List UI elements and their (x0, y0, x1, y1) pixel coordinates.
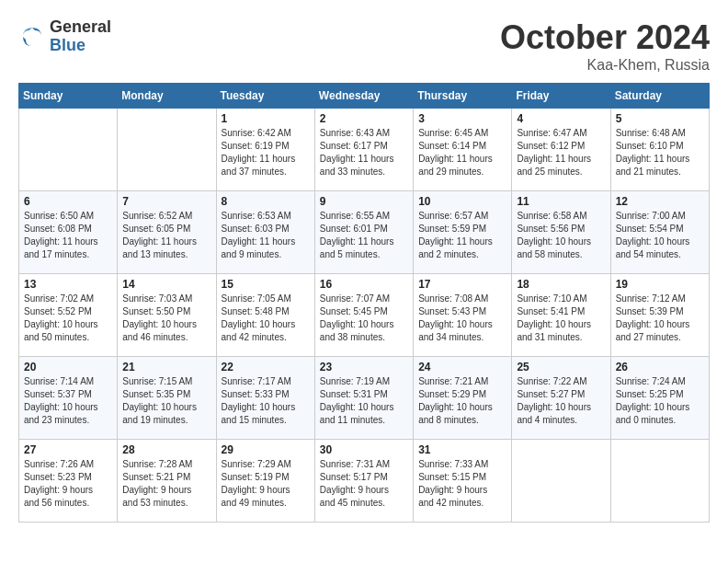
calendar-cell: 28Sunrise: 7:28 AM Sunset: 5:21 PM Dayli… (118, 440, 216, 523)
day-info: Sunrise: 6:52 AM Sunset: 6:05 PM Dayligh… (122, 210, 210, 261)
day-number: 4 (517, 112, 605, 125)
day-header-saturday: Saturday (610, 84, 709, 109)
day-info: Sunrise: 6:48 AM Sunset: 6:10 PM Dayligh… (616, 127, 704, 178)
day-info: Sunrise: 7:10 AM Sunset: 5:41 PM Dayligh… (517, 293, 605, 344)
day-info: Sunrise: 6:53 AM Sunset: 6:03 PM Dayligh… (222, 210, 310, 261)
calendar-cell (610, 440, 709, 523)
day-number: 20 (24, 361, 112, 373)
logo-blue: Blue (50, 37, 111, 55)
day-number: 22 (222, 361, 310, 373)
day-number: 30 (320, 443, 408, 456)
day-info: Sunrise: 7:19 AM Sunset: 5:31 PM Dayligh… (320, 375, 408, 427)
calendar-week-5: 27Sunrise: 7:26 AM Sunset: 5:23 PM Dayli… (19, 440, 710, 523)
day-number: 15 (222, 278, 310, 291)
day-number: 23 (320, 361, 408, 373)
day-number: 19 (616, 278, 704, 291)
day-number: 13 (24, 278, 112, 291)
day-number: 16 (320, 278, 408, 291)
calendar-cell: 19Sunrise: 7:12 AM Sunset: 5:39 PM Dayli… (610, 274, 709, 357)
location: Kaa-Khem, Russia (500, 57, 710, 74)
calendar-cell: 23Sunrise: 7:19 AM Sunset: 5:31 PM Dayli… (314, 357, 413, 440)
day-header-tuesday: Tuesday (216, 84, 314, 109)
calendar-cell: 13Sunrise: 7:02 AM Sunset: 5:52 PM Dayli… (19, 274, 118, 357)
day-info: Sunrise: 7:21 AM Sunset: 5:29 PM Dayligh… (418, 375, 506, 427)
day-number: 14 (122, 278, 210, 291)
calendar-cell: 3Sunrise: 6:45 AM Sunset: 6:14 PM Daylig… (414, 109, 512, 191)
logo-text: General Blue (50, 18, 111, 55)
day-number: 17 (418, 278, 506, 291)
day-number: 18 (517, 278, 605, 291)
calendar-cell: 16Sunrise: 7:07 AM Sunset: 5:45 PM Dayli… (314, 274, 413, 357)
calendar-cell: 25Sunrise: 7:22 AM Sunset: 5:27 PM Dayli… (512, 357, 610, 440)
calendar-cell: 21Sunrise: 7:15 AM Sunset: 5:35 PM Dayli… (118, 357, 216, 440)
calendar-header-row: SundayMondayTuesdayWednesdayThursdayFrid… (19, 84, 710, 109)
calendar-cell: 5Sunrise: 6:48 AM Sunset: 6:10 PM Daylig… (610, 109, 709, 191)
day-info: Sunrise: 7:12 AM Sunset: 5:39 PM Dayligh… (616, 293, 704, 344)
day-number: 29 (222, 443, 310, 456)
calendar-body: 1Sunrise: 6:42 AM Sunset: 6:19 PM Daylig… (19, 109, 710, 523)
calendar-cell: 27Sunrise: 7:26 AM Sunset: 5:23 PM Dayli… (19, 440, 118, 523)
logo: General Blue (18, 18, 111, 55)
calendar-cell: 8Sunrise: 6:53 AM Sunset: 6:03 PM Daylig… (216, 191, 314, 274)
day-number: 2 (320, 112, 408, 125)
day-number: 8 (222, 195, 310, 208)
calendar-cell: 7Sunrise: 6:52 AM Sunset: 6:05 PM Daylig… (118, 191, 216, 274)
day-header-monday: Monday (118, 84, 216, 109)
logo-icon (18, 23, 46, 51)
calendar-cell: 22Sunrise: 7:17 AM Sunset: 5:33 PM Dayli… (216, 357, 314, 440)
calendar-cell: 2Sunrise: 6:43 AM Sunset: 6:17 PM Daylig… (314, 109, 413, 191)
calendar-cell: 12Sunrise: 7:00 AM Sunset: 5:54 PM Dayli… (610, 191, 709, 274)
calendar-cell (512, 440, 610, 523)
calendar-week-2: 6Sunrise: 6:50 AM Sunset: 6:08 PM Daylig… (19, 191, 710, 274)
calendar-cell: 29Sunrise: 7:29 AM Sunset: 5:19 PM Dayli… (216, 440, 314, 523)
calendar-cell: 11Sunrise: 6:58 AM Sunset: 5:56 PM Dayli… (512, 191, 610, 274)
calendar-cell: 4Sunrise: 6:47 AM Sunset: 6:12 PM Daylig… (512, 109, 610, 191)
day-number: 3 (418, 112, 506, 125)
day-info: Sunrise: 7:28 AM Sunset: 5:21 PM Dayligh… (122, 458, 210, 510)
day-number: 25 (517, 361, 605, 373)
day-info: Sunrise: 7:29 AM Sunset: 5:19 PM Dayligh… (222, 458, 310, 510)
title-block: October 2024 Kaa-Khem, Russia (500, 18, 710, 74)
day-info: Sunrise: 7:02 AM Sunset: 5:52 PM Dayligh… (24, 293, 112, 344)
calendar-cell: 10Sunrise: 6:57 AM Sunset: 5:59 PM Dayli… (414, 191, 512, 274)
day-info: Sunrise: 6:58 AM Sunset: 5:56 PM Dayligh… (517, 210, 605, 261)
day-number: 24 (418, 361, 506, 373)
calendar-cell (19, 109, 118, 191)
calendar-cell: 14Sunrise: 7:03 AM Sunset: 5:50 PM Dayli… (118, 274, 216, 357)
day-header-friday: Friday (512, 84, 610, 109)
day-number: 31 (418, 443, 506, 456)
day-info: Sunrise: 6:50 AM Sunset: 6:08 PM Dayligh… (24, 210, 112, 261)
day-header-sunday: Sunday (19, 84, 118, 109)
day-info: Sunrise: 6:42 AM Sunset: 6:19 PM Dayligh… (222, 127, 310, 178)
calendar-cell: 30Sunrise: 7:31 AM Sunset: 5:17 PM Dayli… (314, 440, 413, 523)
day-header-thursday: Thursday (414, 84, 512, 109)
day-number: 27 (24, 443, 112, 456)
calendar-table: SundayMondayTuesdayWednesdayThursdayFrid… (18, 83, 710, 523)
day-info: Sunrise: 7:17 AM Sunset: 5:33 PM Dayligh… (222, 375, 310, 427)
day-number: 21 (122, 361, 210, 373)
day-number: 28 (122, 443, 210, 456)
calendar-cell: 18Sunrise: 7:10 AM Sunset: 5:41 PM Dayli… (512, 274, 610, 357)
day-number: 11 (517, 195, 605, 208)
calendar-week-1: 1Sunrise: 6:42 AM Sunset: 6:19 PM Daylig… (19, 109, 710, 191)
day-info: Sunrise: 7:26 AM Sunset: 5:23 PM Dayligh… (24, 458, 112, 510)
day-number: 26 (616, 361, 704, 373)
day-number: 7 (122, 195, 210, 208)
calendar-cell: 9Sunrise: 6:55 AM Sunset: 6:01 PM Daylig… (314, 191, 413, 274)
page-header: General Blue October 2024 Kaa-Khem, Russ… (18, 18, 710, 74)
calendar-cell (118, 109, 216, 191)
day-number: 6 (24, 195, 112, 208)
day-info: Sunrise: 6:55 AM Sunset: 6:01 PM Dayligh… (320, 210, 408, 261)
logo-general: General (50, 18, 111, 37)
day-number: 10 (418, 195, 506, 208)
day-info: Sunrise: 7:22 AM Sunset: 5:27 PM Dayligh… (517, 375, 605, 427)
day-info: Sunrise: 7:03 AM Sunset: 5:50 PM Dayligh… (122, 293, 210, 344)
day-info: Sunrise: 7:33 AM Sunset: 5:15 PM Dayligh… (418, 458, 506, 510)
day-number: 5 (616, 112, 704, 125)
day-number: 12 (616, 195, 704, 208)
day-number: 9 (320, 195, 408, 208)
calendar-cell: 26Sunrise: 7:24 AM Sunset: 5:25 PM Dayli… (610, 357, 709, 440)
calendar-cell: 17Sunrise: 7:08 AM Sunset: 5:43 PM Dayli… (414, 274, 512, 357)
day-info: Sunrise: 7:14 AM Sunset: 5:37 PM Dayligh… (24, 375, 112, 427)
calendar-cell: 6Sunrise: 6:50 AM Sunset: 6:08 PM Daylig… (19, 191, 118, 274)
